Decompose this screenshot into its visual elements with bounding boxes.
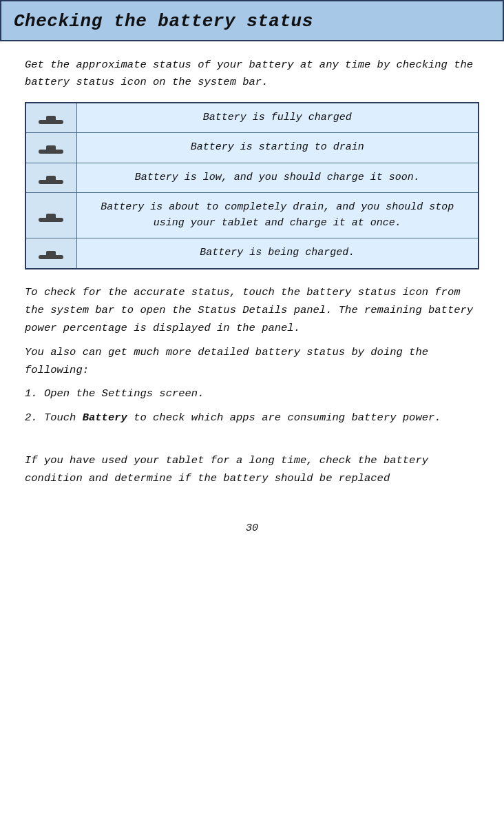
list-item-1: 1. Open the Settings screen.	[25, 385, 479, 402]
battery-body	[39, 120, 63, 124]
table-row: Battery is low, and you should charge it…	[25, 163, 479, 193]
battery-body	[39, 150, 63, 154]
battery-status-table: Battery is fully charged Battery is star…	[25, 102, 479, 269]
battery-status-text: Battery is low, and you should charge it…	[135, 172, 420, 183]
battery-charging-icon: ⚡	[39, 251, 63, 259]
body-section: To check for the accurate status, touch …	[0, 283, 504, 432]
table-row: Battery is fully charged	[25, 103, 479, 133]
battery-description-cell: Battery is low, and you should charge it…	[76, 163, 479, 193]
battery-critical-icon: ⚡	[39, 214, 63, 222]
body-paragraph-2: You also can get much more detailed batt…	[25, 343, 479, 380]
battery-nub	[46, 176, 56, 180]
lightning-bolt-icon: ⚡	[45, 255, 56, 259]
battery-icon-cell	[25, 103, 76, 133]
body-paragraph-1: To check for the accurate status, touch …	[25, 283, 479, 338]
list-item-2-post: to check which apps are consuming batter…	[127, 411, 441, 424]
battery-icon-cell	[25, 163, 76, 193]
page-header: Checking the battery status	[0, 0, 504, 41]
intro-paragraph: Get the approximate status of your batte…	[0, 57, 504, 91]
battery-description-cell: Battery is fully charged	[76, 103, 479, 133]
battery-low-icon	[39, 176, 63, 184]
table-row: ⚡ Battery is being charged.	[25, 238, 479, 269]
battery-full-icon	[39, 116, 63, 124]
battery-description-cell: Battery is about to completely drain, an…	[76, 193, 479, 238]
battery-description-cell: Battery is starting to drain	[76, 133, 479, 163]
page-wrapper: Checking the battery status Get the appr…	[0, 0, 504, 836]
battery-icon-cell: ⚡	[25, 193, 76, 238]
battery-icon-cell	[25, 133, 76, 163]
list-item-2: 2. Touch Battery to check which apps are…	[25, 409, 479, 427]
battery-description-cell: Battery is being charged.	[76, 238, 479, 269]
battery-nub	[46, 214, 56, 218]
page-title: Checking the battery status	[14, 11, 313, 32]
battery-status-text: Battery is about to completely drain, an…	[101, 201, 454, 229]
intro-text: Get the approximate status of your batte…	[25, 59, 473, 88]
battery-bold-label: Battery	[83, 411, 127, 424]
body-paragraph-3: If you have used your tablet for a long …	[25, 451, 479, 488]
table-row: ⚡ Battery is about to completely drain, …	[25, 193, 479, 238]
body-section-2: If you have used your tablet for a long …	[0, 451, 504, 493]
battery-status-text: Battery is being charged.	[200, 247, 355, 258]
battery-status-text: Battery is fully charged	[203, 112, 352, 123]
battery-body: ⚡	[39, 255, 63, 259]
list-item-2-pre: 2. Touch	[25, 411, 83, 424]
table-row: Battery is starting to drain	[25, 133, 479, 163]
battery-body: ⚡	[39, 218, 63, 222]
battery-drain-icon	[39, 145, 63, 154]
battery-status-text: Battery is starting to drain	[191, 141, 364, 153]
battery-icon-cell: ⚡	[25, 238, 76, 269]
battery-nub	[46, 116, 56, 120]
page-number: 30	[0, 522, 504, 534]
battery-body	[39, 180, 63, 184]
